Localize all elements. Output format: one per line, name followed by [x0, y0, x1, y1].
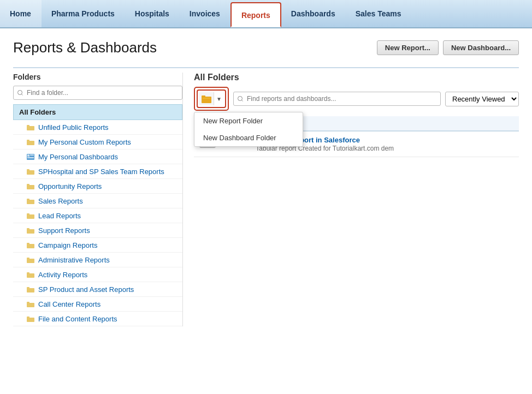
recently-viewed-select[interactable]: Recently Viewed [445, 92, 519, 106]
svg-rect-14 [27, 214, 34, 219]
all-folders-item[interactable]: All Folders [13, 104, 182, 120]
svg-rect-19 [27, 243, 29, 244]
folder-item-label: Unfiled Public Reports [38, 123, 109, 132]
folder-icon [26, 314, 35, 323]
folder-item[interactable]: Opportunity Reports [13, 179, 182, 194]
folder-item[interactable]: Lead Reports [13, 208, 182, 223]
nav-reports[interactable]: Reports [230, 2, 281, 27]
folder-icon [26, 226, 35, 235]
svg-rect-13 [27, 199, 29, 200]
svg-rect-21 [27, 258, 29, 259]
nav-invoices[interactable]: Invoices [180, 0, 230, 27]
svg-rect-9 [27, 169, 29, 171]
folder-item-label: Call Center Reports [38, 300, 101, 308]
header-divider [13, 67, 519, 68]
svg-rect-31 [202, 95, 205, 98]
folder-item-label: Opportunity Reports [38, 182, 102, 190]
report-search-input[interactable] [233, 92, 441, 106]
svg-rect-26 [27, 303, 34, 307]
main-content: Reports & Dashboards New Report... New D… [0, 28, 532, 337]
folder-list: All Folders Unfiled Public Reports My Pe… [13, 104, 182, 326]
nav-sales-teams[interactable]: Sales Teams [346, 0, 412, 27]
folder-item-label: Lead Reports [38, 212, 81, 220]
new-report-button[interactable]: New Report... [377, 40, 439, 55]
folder-item-label: Support Reports [38, 226, 90, 235]
folder-item-label: Administrative Reports [38, 256, 110, 264]
svg-rect-27 [27, 302, 29, 303]
folder-icon [26, 270, 35, 279]
new-dashboard-folder-item[interactable]: New Dashboard Folder [194, 129, 303, 146]
nav-dashboards[interactable]: Dashboards [281, 0, 346, 27]
folder-item[interactable]: Administrative Reports [13, 253, 182, 267]
page-title: Reports & Dashboards [13, 39, 377, 56]
svg-rect-32 [203, 98, 210, 99]
folder-svg-icon [202, 94, 211, 103]
right-panel-title: All Folders [194, 73, 519, 82]
folder-icon [26, 300, 35, 308]
nav-hospitals[interactable]: Hospitals [125, 0, 180, 27]
folder-item[interactable]: Activity Reports [13, 267, 182, 282]
right-panel: All Folders [182, 73, 519, 326]
folder-item-label: SP Product and Asset Reports [38, 285, 134, 294]
svg-rect-20 [27, 259, 34, 263]
folder-item[interactable]: Support Reports [13, 223, 182, 238]
folder-icon [26, 196, 35, 205]
folder-item[interactable]: My Personal Custom Reports [13, 135, 182, 150]
svg-rect-10 [27, 185, 34, 189]
folder-item-label: File and Content Reports [38, 315, 117, 323]
sidebar: Folders All Folders Unfiled Public Repor… [13, 73, 182, 326]
folder-icon [199, 92, 214, 105]
folder-search-input[interactable] [13, 86, 182, 100]
folder-item[interactable]: SPHospital and SP Sales Team Reports [13, 164, 182, 179]
svg-rect-3 [27, 140, 29, 141]
header-buttons: New Report... New Dashboard... [377, 40, 519, 55]
svg-rect-25 [27, 287, 29, 289]
folder-btn-wrapper: ▼ New Report Folder New Dashboard Folder [194, 87, 229, 111]
nav-pharma-products[interactable]: Pharma Products [42, 0, 125, 27]
folder-item[interactable]: Call Center Reports [13, 297, 182, 312]
folder-icon [26, 285, 35, 294]
svg-rect-18 [27, 244, 34, 248]
folder-icon [26, 211, 35, 220]
page-header: Reports & Dashboards New Report... New D… [13, 39, 519, 56]
folder-icon [26, 123, 35, 132]
folder-item[interactable]: SP Product and Asset Reports [13, 282, 182, 297]
svg-rect-1 [27, 125, 29, 127]
svg-rect-11 [27, 184, 29, 186]
folder-icon [26, 255, 35, 264]
folder-item-label: Campaign Reports [38, 241, 97, 249]
svg-rect-8 [27, 170, 34, 175]
folder-icon [26, 182, 35, 190]
svg-rect-23 [27, 272, 29, 274]
new-folder-button[interactable]: ▼ [197, 89, 226, 108]
sidebar-title: Folders [13, 73, 182, 81]
folder-item-label: My Personal Custom Reports [38, 138, 131, 146]
svg-rect-24 [27, 288, 34, 292]
folder-item-label: My Personal Dashboards [38, 153, 118, 161]
new-dashboard-button[interactable]: New Dashboard... [443, 40, 519, 55]
folder-item[interactable]: File and Content Reports [13, 312, 182, 326]
top-nav: Home Pharma Products Hospitals Invoices … [0, 0, 532, 28]
folder-icon [26, 138, 35, 146]
folder-item-label: Activity Reports [38, 271, 87, 279]
folder-icon [26, 167, 35, 176]
svg-rect-6 [30, 154, 34, 156]
svg-rect-15 [27, 213, 29, 215]
new-report-folder-item[interactable]: New Report Folder [194, 112, 303, 129]
folder-item[interactable]: Unfiled Public Reports [13, 120, 182, 135]
folder-item[interactable]: Campaign Reports [13, 238, 182, 253]
svg-rect-5 [27, 154, 29, 157]
svg-rect-0 [27, 126, 34, 130]
folder-item[interactable]: Sales Reports [13, 194, 182, 208]
right-search-row: ▼ New Report Folder New Dashboard Folder… [194, 87, 519, 111]
nav-home[interactable]: Home [0, 0, 42, 27]
dashboard-icon [26, 152, 35, 161]
svg-rect-7 [27, 157, 34, 158]
folder-item-label: SPHospital and SP Sales Team Reports [38, 168, 164, 176]
folder-item[interactable]: My Personal Dashboards [13, 150, 182, 164]
svg-rect-12 [27, 200, 34, 204]
folder-icon [26, 241, 35, 249]
folder-item-label: Sales Reports [38, 197, 83, 205]
columns-wrapper: Folders All Folders Unfiled Public Repor… [13, 73, 519, 326]
svg-rect-2 [27, 141, 34, 145]
